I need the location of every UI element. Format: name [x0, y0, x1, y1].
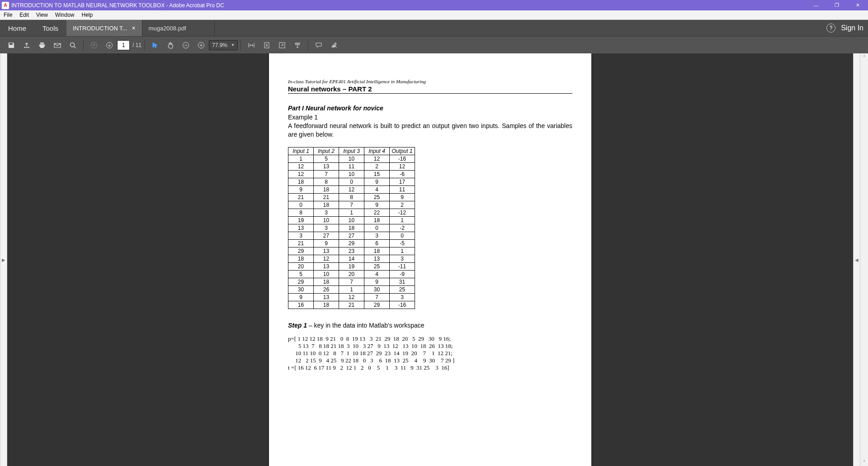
table-cell: 29 [288, 247, 314, 255]
table-cell: 2 [390, 201, 415, 209]
cloud-icon[interactable] [20, 38, 33, 52]
sign-icon[interactable] [327, 38, 341, 52]
table-cell: 3 [364, 232, 390, 239]
selection-tool-icon[interactable] [148, 38, 162, 52]
document-area[interactable]: In-class Tutorial for EPE401 Artificial … [7, 53, 853, 466]
fit-page-icon[interactable] [260, 38, 274, 52]
table-row: 191010181 [288, 216, 415, 224]
table-cell: 11 [390, 185, 415, 193]
tab-label: INTRODUCTION T... [73, 25, 127, 32]
table-cell: 21 [288, 239, 314, 247]
print-icon[interactable] [35, 38, 49, 52]
minimize-button[interactable]: — [806, 0, 826, 10]
maximize-button[interactable]: ❐ [826, 0, 847, 10]
table-cell: 20 [288, 262, 314, 270]
scroll-up-icon[interactable]: ˄ [860, 53, 868, 61]
close-window-button[interactable]: ✕ [847, 0, 868, 10]
table-cell: 18 [288, 178, 314, 185]
part-title: Part I Neural network for novice [288, 105, 572, 112]
table-header-cell: Output 1 [390, 147, 415, 155]
table-cell: -6 [390, 170, 415, 178]
table-cell: 18 [288, 255, 314, 262]
table-cell: 10 [339, 155, 364, 162]
table-cell: 9 [314, 239, 339, 247]
read-mode-icon[interactable] [291, 38, 304, 52]
menu-window[interactable]: Window [52, 11, 78, 19]
table-cell: 16 [288, 301, 314, 309]
menu-help[interactable]: Help [78, 11, 97, 19]
hand-tool-icon[interactable] [164, 38, 177, 52]
table-cell: 21 [314, 193, 339, 201]
table-cell: 1 [390, 247, 415, 255]
table-cell: 10 [314, 216, 339, 224]
save-icon[interactable] [5, 38, 18, 52]
table-row: 510204-9 [288, 270, 415, 278]
table-cell: 1 [390, 216, 415, 224]
nav-home[interactable]: Home [0, 20, 34, 36]
fit-width-icon[interactable] [245, 38, 258, 52]
table-cell: 30 [364, 285, 390, 293]
zoom-level-select[interactable]: 77.9% ▼ [209, 40, 238, 50]
table-cell: 27 [339, 232, 364, 239]
document-tab-active[interactable]: INTRODUCTION T... × [66, 20, 142, 36]
menu-edit[interactable]: Edit [16, 11, 33, 19]
table-cell: 13 [314, 162, 339, 170]
table-cell: 18 [364, 247, 390, 255]
document-tab-inactive[interactable]: muga2008.pdf [142, 20, 215, 36]
table-cell: 0 [288, 201, 314, 209]
table-cell: 10 [339, 170, 364, 178]
table-cell: 18 [314, 301, 339, 309]
table-cell: 29 [339, 239, 364, 247]
page-total-label: / 11 [132, 42, 142, 48]
menu-view[interactable]: View [33, 11, 52, 19]
comment-icon[interactable] [312, 38, 326, 52]
zoom-in-icon[interactable] [194, 38, 208, 52]
vertical-scrollbar[interactable]: ˄ ˅ [860, 53, 868, 466]
table-cell: 30 [288, 285, 314, 293]
table-cell: 5 [288, 270, 314, 278]
table-cell: 4 [364, 270, 390, 278]
document-viewport: ▶ In-class Tutorial for EPE401 Artificia… [0, 53, 868, 466]
nav-tools[interactable]: Tools [34, 20, 66, 36]
table-cell: 7 [339, 201, 364, 209]
page-number-input[interactable] [117, 40, 130, 50]
table-cell: 12 [339, 293, 364, 301]
table-cell: 12 [314, 255, 339, 262]
table-cell: -2 [390, 224, 415, 232]
email-icon[interactable] [51, 38, 64, 52]
table-cell: 9 [288, 185, 314, 193]
table-cell: 9 [288, 293, 314, 301]
table-header-cell: Input 1 [288, 147, 314, 155]
search-icon[interactable] [66, 38, 80, 52]
table-row: 151012-16 [288, 155, 415, 162]
table-cell: -5 [390, 239, 415, 247]
help-icon[interactable]: ? [826, 24, 835, 33]
tab-close-icon[interactable]: × [132, 24, 135, 32]
fullscreen-icon[interactable] [275, 38, 289, 52]
table-row: 21218259 [288, 193, 415, 201]
left-panel-toggle[interactable]: ▶ [0, 53, 7, 466]
zoom-out-icon[interactable] [179, 38, 193, 52]
table-cell: 22 [364, 209, 390, 216]
app-icon: A [2, 2, 9, 9]
table-cell: 26 [314, 285, 339, 293]
table-cell: 13 [314, 293, 339, 301]
table-row: 291323181 [288, 247, 415, 255]
table-cell: -9 [390, 270, 415, 278]
table-cell: 18 [314, 201, 339, 209]
table-cell: 0 [364, 224, 390, 232]
table-cell: 18 [364, 216, 390, 224]
table-cell: -12 [390, 209, 415, 216]
tab-label: muga2008.pdf [149, 25, 186, 32]
menubar: File Edit View Window Help [0, 10, 868, 20]
right-panel-toggle[interactable]: ◀ [853, 53, 860, 466]
page-down-icon[interactable] [103, 38, 116, 52]
sign-in-link[interactable]: Sign In [841, 24, 863, 32]
menu-file[interactable]: File [0, 11, 16, 19]
table-cell: 13 [314, 262, 339, 270]
table-row: 83122-12 [288, 209, 415, 216]
page-up-icon[interactable] [87, 38, 101, 52]
pdf-page: In-class Tutorial for EPE401 Artificial … [269, 53, 591, 466]
scroll-down-icon[interactable]: ˅ [860, 458, 868, 466]
table-cell: 12 [364, 155, 390, 162]
